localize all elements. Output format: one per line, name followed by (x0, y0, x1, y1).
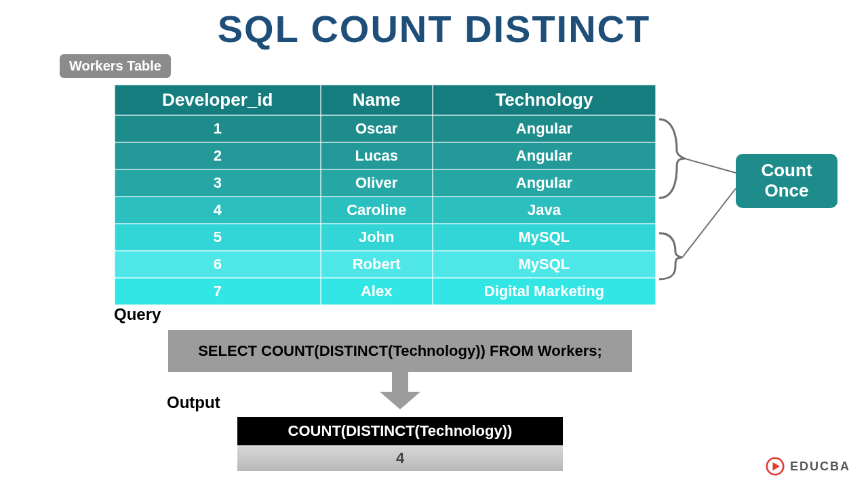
output-header: COUNT(DISTINCT(Technology)) (237, 417, 563, 445)
cell-name: Lucas (321, 142, 433, 169)
svg-line-0 (685, 159, 736, 173)
table-row: 2 Lucas Angular (115, 142, 656, 169)
cell-tech: Angular (433, 169, 656, 197)
query-label: Query (114, 305, 161, 324)
brand-text: EDUCBA (790, 460, 850, 474)
cell-name: Oscar (321, 115, 433, 142)
table-row: 3 Oliver Angular (115, 169, 656, 197)
page-title: SQL COUNT DISTINCT (0, 7, 868, 51)
play-icon (766, 457, 785, 476)
output-table: COUNT(DISTINCT(Technology)) 4 (237, 417, 563, 471)
svg-line-1 (682, 188, 736, 258)
cell-tech: Java (433, 197, 656, 224)
table-row: 1 Oscar Angular (115, 115, 656, 142)
cell-id: 3 (115, 169, 321, 197)
workers-table: Developer_id Name Technology 1 Oscar Ang… (114, 84, 656, 306)
query-box: SELECT COUNT(DISTINCT(Technology)) FROM … (168, 330, 632, 372)
table-row: 7 Alex Digital Marketing (115, 278, 656, 305)
cell-id: 5 (115, 224, 321, 251)
output-label: Output (167, 393, 220, 412)
cell-id: 1 (115, 115, 321, 142)
table-row: 6 Robert MySQL (115, 251, 656, 278)
cell-tech: Angular (433, 142, 656, 169)
output-value: 4 (237, 445, 563, 471)
cell-name: John (321, 224, 433, 251)
cell-tech: Angular (433, 115, 656, 142)
col-technology: Technology (433, 85, 656, 115)
workers-table-label: Workers Table (60, 54, 171, 78)
cell-tech: Digital Marketing (433, 278, 656, 305)
cell-name: Alex (321, 278, 433, 305)
table-row: 4 Caroline Java (115, 197, 656, 224)
cell-name: Robert (321, 251, 433, 278)
cell-name: Oliver (321, 169, 433, 197)
table-header-row: Developer_id Name Technology (115, 85, 656, 115)
cell-name: Caroline (321, 197, 433, 224)
cell-tech: MySQL (433, 224, 656, 251)
cell-id: 7 (115, 278, 321, 305)
brand-logo: EDUCBA (766, 457, 850, 476)
cell-id: 4 (115, 197, 321, 224)
cell-id: 6 (115, 251, 321, 278)
svg-marker-3 (772, 462, 780, 470)
cell-id: 2 (115, 142, 321, 169)
col-developer-id: Developer_id (115, 85, 321, 115)
cell-tech: MySQL (433, 251, 656, 278)
table-row: 5 John MySQL (115, 224, 656, 251)
arrow-down-icon (380, 371, 420, 412)
count-once-callout: Count Once (736, 154, 837, 208)
col-name: Name (321, 85, 433, 115)
